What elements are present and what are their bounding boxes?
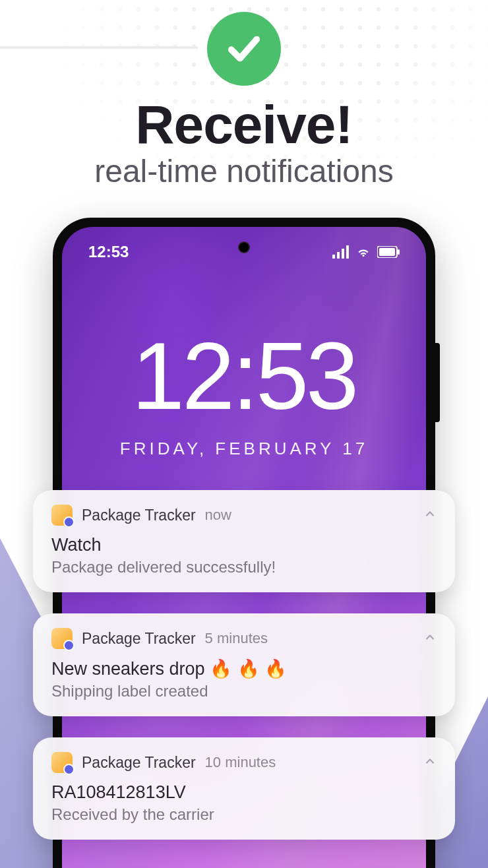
- svg-rect-3: [346, 245, 349, 259]
- battery-icon: [377, 246, 400, 258]
- check-badge: [207, 12, 281, 86]
- notification-app-name: Package Tracker: [82, 754, 196, 772]
- notification-card[interactable]: Package Tracker 5 minutes New sneakers d…: [33, 613, 455, 716]
- notification-app-name: Package Tracker: [82, 507, 196, 524]
- svg-rect-1: [337, 252, 340, 259]
- lock-date: FRIDAY, FEBRUARY 17: [62, 439, 426, 459]
- notification-time: now: [205, 507, 231, 524]
- status-time: 12:53: [88, 243, 129, 261]
- notification-body: Received by the carrier: [51, 805, 437, 824]
- notification-title: Watch: [51, 535, 437, 555]
- notification-card[interactable]: Package Tracker 10 minutes RA108412813LV…: [33, 737, 455, 840]
- notification-body: Shipping label created: [51, 682, 437, 700]
- chevron-up-icon[interactable]: [423, 755, 437, 770]
- svg-rect-2: [342, 249, 344, 259]
- check-icon: [225, 30, 263, 68]
- wifi-icon: [355, 245, 372, 259]
- notification-app-name: Package Tracker: [82, 630, 196, 648]
- notification-time: 5 minutes: [205, 630, 268, 647]
- svg-rect-0: [332, 255, 335, 259]
- chevron-up-icon[interactable]: [423, 507, 437, 523]
- chevron-up-icon[interactable]: [423, 631, 437, 646]
- headline: Receive! real-time notifications: [0, 94, 488, 189]
- notification-stack: Package Tracker now Watch Package delive…: [33, 490, 455, 840]
- signal-icon: [332, 245, 350, 259]
- status-icons: [332, 245, 400, 259]
- package-icon: [51, 628, 73, 649]
- notification-time: 10 minutes: [205, 754, 276, 771]
- headline-title: Receive!: [0, 94, 488, 156]
- package-icon: [51, 505, 73, 526]
- notification-card[interactable]: Package Tracker now Watch Package delive…: [33, 490, 455, 592]
- svg-rect-5: [379, 248, 395, 256]
- package-icon: [51, 752, 73, 773]
- notification-title: New sneakers drop 🔥 🔥 🔥: [51, 658, 437, 679]
- svg-rect-6: [398, 249, 400, 255]
- notification-body: Package delivered successfully!: [51, 558, 437, 576]
- headline-subtitle: real-time notifications: [0, 153, 488, 189]
- camera-punch-hole: [238, 241, 250, 253]
- lock-time: 12:53: [62, 329, 426, 424]
- lock-screen-clock: 12:53 FRIDAY, FEBRUARY 17: [62, 329, 426, 459]
- divider-line: [0, 46, 198, 49]
- notification-title: RA108412813LV: [51, 782, 437, 803]
